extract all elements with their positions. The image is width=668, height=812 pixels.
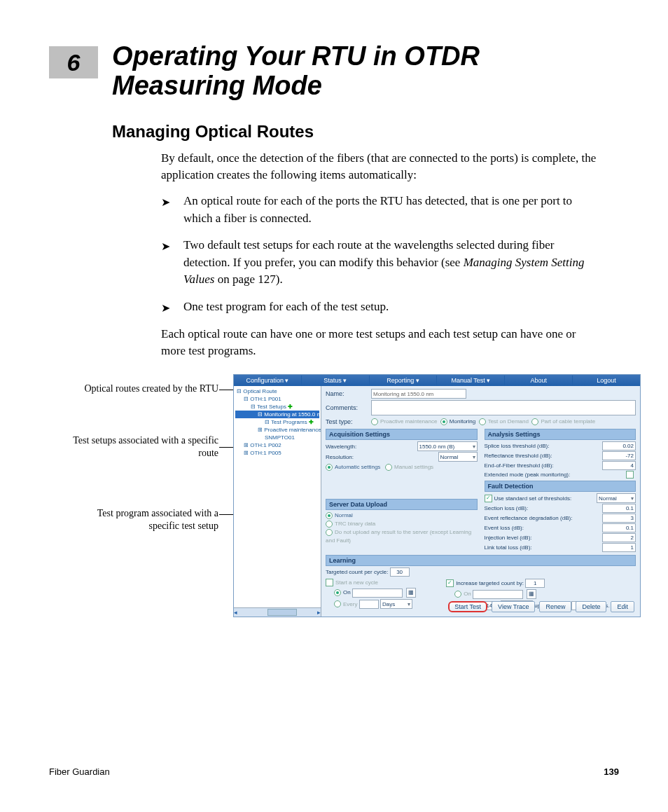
targeted-label: Targeted count per cycle:: [326, 569, 388, 575]
tree-scrollbar[interactable]: ◂ ▸: [234, 607, 321, 617]
add-setup-icon[interactable]: ✚: [288, 404, 293, 410]
radio-on-left[interactable]: [334, 589, 341, 596]
label-monitoring: Monitoring: [450, 418, 475, 425]
tree-p005[interactable]: ⊞ OTH:1 P005: [235, 449, 319, 457]
callout-optical-routes: Optical routes created by the RTU: [84, 383, 218, 395]
chapter-header: 6 Operating Your RTU in OTDR Measuring M…: [49, 42, 619, 101]
erd-value[interactable]: 3: [602, 514, 636, 523]
link-label: Link total loss (dB):: [485, 544, 532, 551]
scroll-left-icon[interactable]: ◂: [234, 609, 237, 616]
event-loss-label: Event loss (dB):: [485, 525, 524, 531]
label-template: Part of cable template: [541, 418, 595, 425]
start-new-check[interactable]: [326, 579, 333, 586]
erd-label: Event reflectance degradation (dB):: [485, 515, 573, 521]
upload-header: Server Data Upload: [326, 499, 478, 510]
event-loss-value[interactable]: 0.1: [602, 523, 636, 532]
calendar-icon-right[interactable]: ▦: [527, 589, 536, 599]
on-label-left: On: [343, 589, 351, 596]
page-footer: Fiber Guardian 139: [49, 766, 619, 777]
radio-proactive[interactable]: [371, 418, 378, 425]
use-std-label: Use standard set of thresholds:: [494, 495, 572, 501]
ext-checkbox[interactable]: [626, 471, 634, 479]
label-upload-trc: TRC binary data: [335, 521, 375, 527]
tree-p001[interactable]: ⊟ OTH:1 P001: [235, 395, 319, 403]
radio-template[interactable]: [531, 418, 538, 425]
scroll-right-icon[interactable]: ▸: [317, 609, 321, 616]
label-upload-none: Do not upload any result to the server (…: [326, 529, 471, 544]
name-field[interactable]: Monitoring at 1550.0 nm: [371, 389, 466, 399]
name-label: Name:: [326, 390, 371, 397]
view-trace-button[interactable]: View Trace: [492, 601, 535, 612]
calendar-icon-left[interactable]: ▦: [406, 588, 416, 598]
inj-value[interactable]: 2: [602, 533, 636, 542]
refl-value[interactable]: -72: [602, 451, 636, 460]
bullet-2: Two default test setups for each route a…: [161, 237, 598, 289]
tree-snmp[interactable]: SNMPTO01: [235, 434, 319, 441]
radio-upload-none[interactable]: [326, 529, 333, 536]
footer-product: Fiber Guardian: [49, 766, 110, 777]
on-date-left[interactable]: [352, 589, 403, 598]
targeted-input[interactable]: 30: [390, 567, 410, 577]
chapter-number: 6: [49, 46, 98, 78]
bullet-list: An optical route for each of the ports t…: [161, 193, 598, 316]
tree-optical-route[interactable]: ⊟ Optical Route: [235, 387, 319, 395]
menu-manual-test[interactable]: Manual Test ▾: [437, 376, 505, 385]
after-paragraph: Each optical route can have one or more …: [161, 326, 598, 360]
eof-value[interactable]: 4: [602, 461, 636, 470]
menu-reporting[interactable]: Reporting ▾: [370, 376, 438, 385]
radio-on-right[interactable]: [454, 591, 461, 598]
resolution-select[interactable]: Normal: [438, 452, 478, 462]
increase-input[interactable]: 1: [525, 579, 545, 588]
callout-test-program: Test program associated with a specific …: [70, 507, 218, 532]
refl-label: Reflectance threshold (dB):: [485, 453, 552, 459]
use-std-select[interactable]: Normal: [597, 493, 636, 503]
tree-p002[interactable]: ⊞ OTH:1 P002: [235, 441, 319, 449]
menu-about[interactable]: About: [505, 376, 573, 385]
tree-monitoring-1550[interactable]: ⊟ Monitoring at 1550.0 nm: [235, 411, 319, 418]
radio-monitoring[interactable]: [440, 418, 447, 425]
inj-label: Injection level (dB):: [485, 535, 532, 541]
scroll-thumb[interactable]: [267, 609, 297, 616]
on-label-right: On: [464, 591, 471, 597]
radio-on-demand[interactable]: [479, 418, 486, 425]
menubar: Configuration ▾ Status ▾ Reporting ▾ Man…: [234, 375, 640, 386]
radio-upload-trc[interactable]: [326, 521, 333, 528]
footer-page-number: 139: [604, 766, 619, 777]
bullet-2-text-b: on page 127).: [214, 273, 282, 286]
form-panel: Name: Monitoring at 1550.0 nm Comments: …: [321, 386, 640, 617]
edit-button[interactable]: Edit: [611, 601, 634, 612]
label-on-demand: Test on Demand: [488, 418, 529, 425]
renew-button[interactable]: Renew: [539, 601, 571, 612]
learning-header: Learning: [326, 555, 636, 566]
radio-manual-settings[interactable]: [385, 464, 392, 471]
wavelength-select[interactable]: 1550.0 nm (B): [417, 441, 478, 451]
menu-status[interactable]: Status ▾: [302, 376, 370, 385]
use-std-check[interactable]: ✓: [485, 495, 492, 502]
fault-header: Fault Detection: [485, 481, 636, 492]
app-window: Configuration ▾ Status ▾ Reporting ▾ Man…: [233, 374, 641, 617]
tree-test-setups[interactable]: ⊟ Test Setups ✚: [235, 403, 319, 411]
on-date-right[interactable]: [473, 590, 523, 599]
every-n-left[interactable]: [359, 600, 379, 609]
section-loss-value[interactable]: 0.1: [602, 504, 636, 513]
radio-auto-settings[interactable]: [326, 464, 333, 471]
menu-logout[interactable]: Logout: [573, 376, 640, 385]
comments-field[interactable]: [371, 400, 636, 415]
add-program-icon[interactable]: ✚: [309, 419, 314, 425]
delete-button[interactable]: Delete: [576, 601, 606, 612]
days-select-left[interactable]: Days: [380, 599, 412, 609]
tree-panel: ⊟ Optical Route ⊟ OTH:1 P001 ⊟ Test Setu…: [234, 386, 321, 617]
analysis-header: Analysis Settings: [485, 429, 636, 440]
splice-value[interactable]: 0.02: [602, 441, 636, 450]
tree-proactive[interactable]: ⊞ Proactive maintenance at: [235, 426, 319, 434]
increase-check[interactable]: ✓: [446, 579, 454, 587]
start-test-button[interactable]: Start Test: [448, 601, 487, 612]
bullet-1: An optical route for each of the ports t…: [161, 193, 598, 227]
bullet-3: One test program for each of the test se…: [161, 298, 598, 316]
radio-every-left[interactable]: [334, 600, 341, 607]
section-title: Managing Optical Routes: [112, 122, 619, 142]
menu-configuration[interactable]: Configuration ▾: [234, 376, 302, 385]
tree-test-programs[interactable]: ⊟ Test Programs ✚: [235, 418, 319, 426]
link-value[interactable]: 1: [602, 543, 636, 552]
radio-upload-normal[interactable]: [326, 512, 333, 519]
